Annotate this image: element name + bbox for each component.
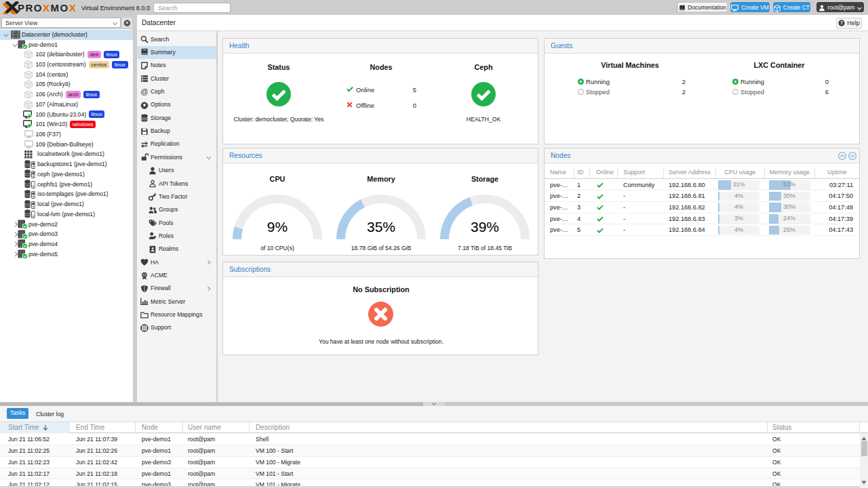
svg-text:@: @	[140, 87, 148, 96]
svg-text:?: ?	[840, 21, 843, 26]
